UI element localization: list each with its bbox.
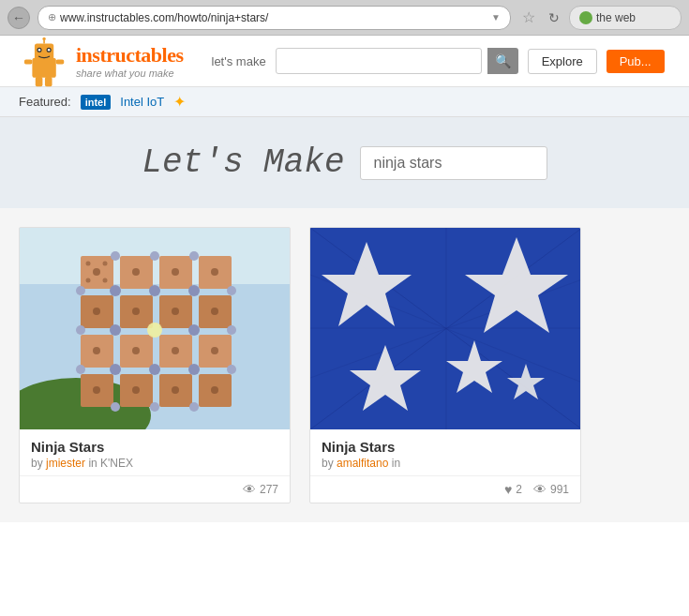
card-title[interactable]: Ninja Stars	[322, 439, 569, 455]
top-nav: instructables share what you make let's …	[0, 36, 689, 87]
svg-point-37	[172, 268, 179, 276]
card-author-link[interactable]: amalfitano	[337, 457, 388, 470]
svg-point-33	[103, 262, 108, 266]
search-tab-label: the web	[596, 11, 636, 24]
intel-iot-link[interactable]: Intel IoT	[120, 95, 164, 109]
dropdown-arrow-icon: ▼	[491, 12, 501, 23]
svg-point-69	[111, 402, 120, 412]
table-row: Ninja Stars by amalfitano in ♥ 2 👁 991	[309, 227, 581, 503]
search-tab-icon	[579, 11, 592, 24]
card-author: by amalfitano in	[322, 457, 569, 470]
featured-label: Featured:	[19, 95, 71, 109]
svg-point-57	[188, 285, 200, 296]
card-views: 991	[550, 483, 569, 496]
svg-point-47	[93, 386, 100, 394]
card-footer: ♥ 2 👁 991	[310, 475, 580, 503]
eye-icon: 👁	[533, 482, 547, 497]
svg-point-59	[76, 325, 85, 335]
svg-point-36	[132, 268, 140, 276]
card-views-stat: 👁 991	[533, 482, 569, 497]
svg-point-45	[172, 347, 179, 354]
logo-text-area: instructables share what you make	[76, 43, 184, 79]
card-likes-stat: ♥ 2	[504, 482, 522, 497]
knex-image-svg	[20, 228, 290, 429]
content-area: Ninja Stars by jmiester in K'NEX 👁 277	[0, 208, 689, 522]
explore-button[interactable]: Explore	[528, 49, 597, 74]
url-text: www.instructables.com/howto/ninja+stars/	[60, 11, 487, 24]
svg-point-44	[132, 347, 140, 354]
bookmark-icon[interactable]: ☆	[518, 8, 539, 26]
svg-point-68	[227, 365, 236, 374]
eye-icon: 👁	[243, 482, 256, 497]
hero-section: Let's Make	[0, 117, 689, 208]
back-button[interactable]: ←	[7, 7, 30, 29]
svg-point-39	[93, 308, 100, 315]
svg-point-53	[189, 251, 199, 261]
svg-rect-1	[35, 43, 53, 59]
svg-point-35	[103, 278, 108, 283]
hero-title: Let's Make	[142, 143, 344, 182]
card-views-stat: 👁 277	[243, 482, 278, 497]
svg-point-58	[227, 286, 236, 295]
logo-subtitle: share what you make	[76, 68, 184, 79]
svg-point-5	[48, 48, 51, 51]
svg-point-64	[76, 365, 85, 374]
svg-point-31	[93, 268, 100, 276]
reload-button[interactable]: ↻	[547, 10, 562, 25]
publish-button[interactable]: Pub...	[607, 50, 665, 73]
lock-icon: ⊕	[48, 11, 56, 23]
svg-point-51	[111, 251, 120, 261]
card-body: Ninja Stars by amalfitano in	[310, 429, 580, 475]
svg-point-40	[132, 308, 140, 315]
table-row: Ninja Stars by jmiester in K'NEX 👁 277	[19, 227, 291, 503]
svg-point-70	[150, 402, 159, 412]
nav-search-button[interactable]: 🔍	[487, 48, 518, 74]
svg-point-61	[147, 323, 162, 338]
svg-point-71	[189, 402, 199, 412]
nav-search-input[interactable]	[276, 48, 482, 74]
svg-point-32	[86, 262, 91, 266]
svg-point-49	[172, 386, 179, 394]
address-bar[interactable]: ⊕ www.instructables.com/howto/ninja+star…	[37, 6, 511, 30]
svg-point-42	[211, 308, 218, 315]
svg-point-46	[211, 347, 218, 354]
svg-rect-9	[56, 59, 64, 64]
card-views: 277	[260, 483, 278, 496]
featured-star-icon: ✦	[173, 93, 186, 111]
browser-chrome: ← ⊕ www.instructables.com/howto/ninja+st…	[0, 0, 689, 36]
lets-make-nav-label: let's make	[212, 54, 266, 68]
svg-point-62	[188, 324, 200, 336]
card-image-knex[interactable]	[20, 228, 290, 429]
svg-point-48	[132, 386, 140, 394]
featured-bar: Featured: intel Intel IoT ✦	[0, 87, 689, 117]
logo-title: instructables	[76, 43, 184, 68]
svg-point-63	[227, 325, 236, 335]
svg-point-43	[93, 347, 100, 354]
svg-point-65	[110, 364, 121, 375]
svg-point-41	[172, 308, 179, 315]
card-footer: 👁 277	[20, 475, 290, 503]
fabric-image-svg	[310, 228, 580, 429]
svg-point-34	[86, 278, 91, 283]
hero-search-input[interactable]	[360, 146, 547, 180]
svg-point-56	[149, 285, 160, 296]
svg-point-67	[188, 364, 200, 375]
svg-point-38	[211, 268, 218, 276]
search-tab[interactable]: the web	[569, 6, 682, 30]
card-title[interactable]: Ninja Stars	[31, 439, 278, 455]
card-author: by jmiester in K'NEX	[31, 457, 278, 470]
svg-point-55	[110, 285, 121, 296]
card-author-link[interactable]: jmiester	[46, 457, 85, 470]
card-likes: 2	[516, 483, 522, 496]
intel-badge: intel	[81, 95, 112, 110]
svg-point-52	[150, 251, 159, 261]
svg-point-50	[211, 386, 218, 394]
svg-rect-10	[36, 77, 43, 86]
svg-point-66	[149, 364, 160, 375]
card-category-in: in	[392, 457, 400, 470]
card-body: Ninja Stars by jmiester in K'NEX	[20, 429, 290, 475]
svg-point-54	[76, 286, 85, 295]
svg-point-7	[42, 37, 45, 39]
card-image-fabric[interactable]	[310, 228, 580, 429]
logo-area[interactable]: instructables share what you make	[19, 36, 184, 87]
